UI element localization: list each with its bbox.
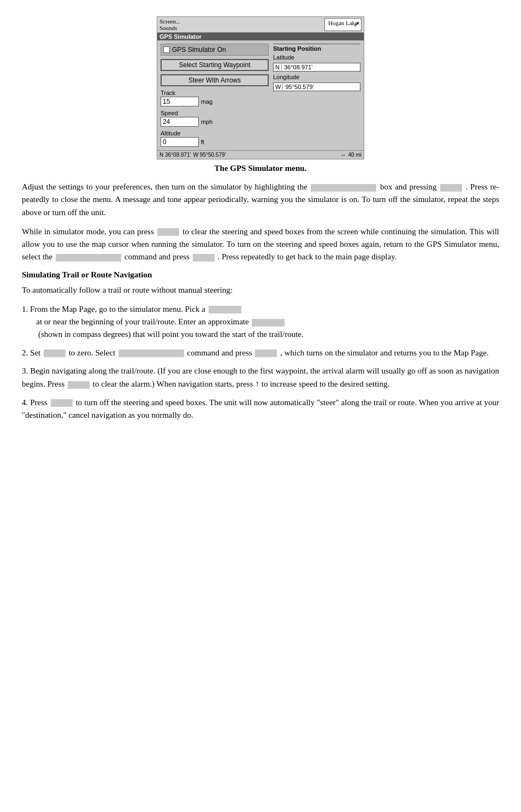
page-content: Screen... Sounds Hogan Lake ↗ GPS Simula… xyxy=(22,16,499,422)
longitude-dir: W xyxy=(275,84,283,90)
item3-inline-gray-1 xyxy=(68,381,90,389)
list-item-3: 3. Begin navigating along the trail/rout… xyxy=(22,365,499,391)
altitude-input[interactable]: 0 xyxy=(161,137,199,147)
longitude-number: 95°50.579' xyxy=(285,84,313,90)
sim-right: Starting Position Latitude N 36°08.971' … xyxy=(273,44,360,147)
item1-text-1: 1. From the Map Page, go to the simulato… xyxy=(22,305,205,313)
list-item-1: 1. From the Map Page, go to the simulato… xyxy=(22,303,499,341)
status-lon: W 95°50.579' xyxy=(193,152,226,158)
latitude-label: Latitude xyxy=(273,54,360,61)
p2-text-3: command and press xyxy=(125,252,190,261)
track-label: Track xyxy=(161,90,269,96)
item1-inline-gray-2 xyxy=(252,319,285,327)
latitude-value: N 36°08.971' xyxy=(273,63,360,72)
item3-text-2: to clear the alarm.) When navigation sta… xyxy=(93,380,253,388)
latitude-number: 36°08.971' xyxy=(284,64,312,70)
p1-inline-gray-2 xyxy=(440,184,462,192)
status-scale: 40 mi xyxy=(348,152,362,158)
menu-item-screen[interactable]: Screen... xyxy=(159,18,180,25)
list-item-2: 2. Set to zero. Select command and press… xyxy=(22,347,499,359)
select-starting-waypoint-button[interactable]: Select Starting Waypoint xyxy=(161,59,269,71)
altitude-row: 0 ft xyxy=(161,137,269,147)
speed-unit: mph xyxy=(201,118,212,125)
starting-position-label: Starting Position xyxy=(273,44,360,52)
item1-text-3: (shown in compass degrees) that will poi… xyxy=(38,330,304,339)
longitude-label: Longitude xyxy=(273,74,360,80)
track-input[interactable]: 15 xyxy=(161,97,199,106)
latitude-dir: N xyxy=(275,64,282,70)
section-intro: To automatically follow a trail or route… xyxy=(22,284,499,297)
p1-inline-gray-1 xyxy=(311,184,376,192)
p2-inline-gray-2 xyxy=(56,254,121,262)
section-heading: Simulating Trail or Route Navigation xyxy=(22,270,499,280)
paragraph-1: Adjust the settings to your preferences,… xyxy=(22,181,499,219)
speed-label: Speed xyxy=(161,110,269,116)
track-field-group: Track 15 mag xyxy=(161,90,269,106)
item4-text-1: 4. Press xyxy=(22,398,48,407)
altitude-label: Altitude xyxy=(161,130,269,137)
speed-row: 24 mph xyxy=(161,117,269,127)
screenshot-wrapper: Screen... Sounds Hogan Lake ↗ GPS Simula… xyxy=(157,16,364,159)
altitude-unit: ft xyxy=(201,139,204,145)
paragraph-2: While in simulator mode, you can press t… xyxy=(22,226,499,264)
item2-text-1: 2. Set xyxy=(22,348,40,357)
map-bar-right: Hogan Lake ↗ xyxy=(324,18,362,31)
p2-inline-gray-1 xyxy=(157,228,179,236)
caption: The GPS Simulator menu. xyxy=(22,164,499,173)
item2-inline-gray-3 xyxy=(255,349,277,357)
item3-text-3: to increase speed to the desired setting… xyxy=(262,380,390,388)
steer-with-arrows-button[interactable]: Steer With Arrows xyxy=(161,74,269,86)
status-arrow-icon: ↔ xyxy=(341,152,346,158)
p1-text-2: box and pressing xyxy=(380,182,436,191)
p1-text-1: Adjust the settings to your preferences,… xyxy=(22,182,307,191)
speed-field-group: Speed 24 mph xyxy=(161,110,269,127)
item1-inline-gray-1 xyxy=(209,306,241,313)
gps-simulator-on-row[interactable]: GPS Simulator On xyxy=(161,44,269,56)
gps-label-bar: GPS Simulator xyxy=(157,33,364,40)
gps-simulator-label: GPS Simulator On xyxy=(172,46,226,54)
map-bar-left: Screen... Sounds xyxy=(159,18,180,31)
p2-text-4: . Press repeatedly to get back to the ma… xyxy=(217,252,396,261)
item2-text-2: to zero. Select xyxy=(69,348,115,357)
item2-inline-gray-2 xyxy=(119,349,184,357)
screenshot-container: Screen... Sounds Hogan Lake ↗ GPS Simula… xyxy=(22,16,499,159)
longitude-value: W 95°50.579' xyxy=(273,82,360,91)
sim-panel: GPS Simulator On Select Starting Waypoin… xyxy=(157,40,364,150)
menu-item-sounds[interactable]: Sounds xyxy=(159,25,180,31)
item3-up-arrow-icon: ↑ xyxy=(255,379,259,388)
gps-simulator-checkbox[interactable] xyxy=(163,46,170,53)
track-unit: mag xyxy=(201,98,212,105)
p2-text-1: While in simulator mode, you can press xyxy=(22,227,154,236)
item4-inline-gray-1 xyxy=(51,399,73,407)
track-row: 15 mag xyxy=(161,97,269,106)
list-item-4: 4. Press to turn off the steering and sp… xyxy=(22,396,499,422)
item2-text-4: , which turns on the simulator and retur… xyxy=(280,348,489,357)
map-arrow-icon: ↗ xyxy=(353,20,360,29)
item2-inline-gray-1 xyxy=(44,349,66,357)
map-bar: Screen... Sounds Hogan Lake ↗ xyxy=(157,17,364,33)
item1-text-2: at or near the beginning of your trail/r… xyxy=(36,317,248,326)
status-bar: N 36°08.971' W 95°50.579' ↔ 40 mi xyxy=(157,150,364,159)
speed-input[interactable]: 24 xyxy=(161,117,199,127)
altitude-field-group: Altitude 0 ft xyxy=(161,130,269,147)
status-lat: N 36°08.971' xyxy=(159,152,191,158)
item4-text-2: to turn off the steering and speed boxes… xyxy=(22,398,499,419)
item2-text-3: command and press xyxy=(187,348,252,357)
p2-inline-gray-3 xyxy=(193,254,215,262)
sim-left: GPS Simulator On Select Starting Waypoin… xyxy=(161,44,269,147)
